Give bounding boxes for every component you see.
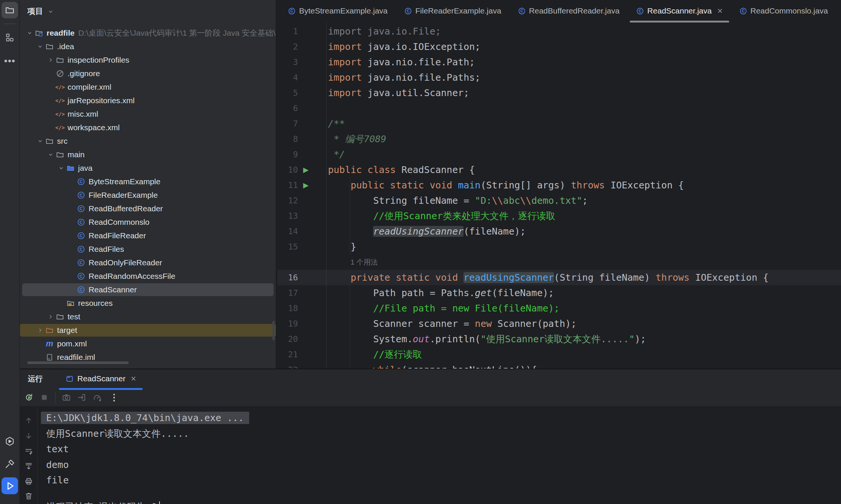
code-line-18: 18 //File path = new File(fileName); <box>277 301 841 316</box>
tree-item-path: D:\桌面\云安全\Java代码审计\1 第一阶段 Java 安全基础\第 9 <box>78 28 276 38</box>
tree-item-pom-xml[interactable]: m pom.xml <box>20 337 276 351</box>
activity-bar-divider <box>4 24 16 24</box>
run-gutter-icon[interactable]: ▶ <box>303 166 309 173</box>
tree-item-main[interactable]: main <box>20 148 276 161</box>
tree-item-readfilereader[interactable]: C ReadFileReader <box>20 229 276 242</box>
tree-item-readbufferedreader[interactable]: C ReadBufferedReader <box>20 202 276 215</box>
tree-item-jarrepositories-xml[interactable]: </> jarRepositories.xml <box>20 94 276 107</box>
project-tool-button[interactable] <box>2 2 18 18</box>
build-tool-button[interactable] <box>2 455 18 472</box>
gauge-button[interactable] <box>93 393 102 402</box>
trash-button[interactable] <box>24 492 33 500</box>
tree-item-readfile[interactable]: readfile D:\桌面\云安全\Java代码审计\1 第一阶段 Java … <box>20 26 276 40</box>
code-line-16: 16 private static void readUsingScanner(… <box>277 270 841 285</box>
tree-item-resources[interactable]: resources <box>20 296 276 310</box>
tab-label: ReadBufferedReader.java <box>529 6 620 15</box>
tree-item-readcommonslo[interactable]: C ReadCommonslo <box>20 215 276 229</box>
chevron-open-icon[interactable] <box>56 164 66 172</box>
code-text: * 编号7089 <box>328 133 386 145</box>
folder-res-icon <box>66 299 75 307</box>
class-icon: C <box>288 7 296 15</box>
chevron-open-icon[interactable] <box>35 43 45 50</box>
code-line-7: 7 /** <box>277 116 841 131</box>
arrow-up-button[interactable] <box>24 416 33 425</box>
project-panel-header[interactable]: 项目 <box>20 0 276 23</box>
console-output: E:\JDK\jdk1.8.0_74\bin\java.exe ...使用Sca… <box>46 407 841 504</box>
rerun-button[interactable] <box>24 393 33 402</box>
close-icon[interactable]: × <box>717 7 722 15</box>
chevron-open-icon[interactable] <box>35 137 45 145</box>
console[interactable]: E:\JDK\jdk1.8.0_74\bin\java.exe ...使用Sca… <box>20 407 841 504</box>
tree-item-src[interactable]: src <box>20 134 276 148</box>
run-gutter-icon[interactable]: ▶ <box>303 182 309 189</box>
soft-wrap-button[interactable] <box>24 447 33 456</box>
tree-item-java[interactable]: java <box>20 161 276 175</box>
tree-item-misc-xml[interactable]: </> misc.xml <box>20 107 276 121</box>
structure-tool-button[interactable] <box>2 29 18 46</box>
chevron-closed-icon[interactable] <box>46 313 55 320</box>
tree-item-label: FileReaderExample <box>89 191 158 200</box>
editor-tab-readcommonslo-java[interactable]: C ReadCommonslo.java <box>731 0 836 22</box>
stop-button[interactable] <box>40 393 49 402</box>
camera-button[interactable] <box>62 393 71 402</box>
class-icon: C <box>76 232 86 240</box>
tree-item-bytestreamexample[interactable]: C ByteStreamExample <box>20 175 276 188</box>
tree-item-compiler-xml[interactable]: </> compiler.xml <box>20 80 276 94</box>
run-tool-button[interactable] <box>2 477 18 494</box>
editor-tab-readscanner-java[interactable]: C ReadScanner.java × <box>628 0 731 22</box>
tree-item-label: inspectionProfiles <box>68 56 129 65</box>
printer-button[interactable] <box>24 477 33 486</box>
arrow-down-button[interactable] <box>24 432 33 440</box>
code-line-17: 17 Path path = Paths.get(fileName); <box>277 285 841 301</box>
class-icon: C <box>739 7 747 15</box>
tree-item-readfiles[interactable]: C ReadFiles <box>20 242 276 256</box>
export-button[interactable] <box>77 393 86 402</box>
tree-item-target[interactable]: target <box>20 323 276 337</box>
tree-item-label: ReadFiles <box>89 245 124 254</box>
class-icon: C <box>76 205 86 213</box>
tree-horizontal-scrollbar[interactable] <box>27 361 129 364</box>
tree-vertical-scrollbar[interactable] <box>272 321 275 340</box>
chevron-open-icon[interactable] <box>25 29 34 37</box>
editor-area: C ByteStreamExample.java C FileReaderExa… <box>277 0 841 369</box>
chevron-closed-icon[interactable] <box>46 56 55 64</box>
line-number: 10 <box>277 165 298 175</box>
tree-item--idea[interactable]: .idea <box>20 40 276 53</box>
tree-item-test[interactable]: test <box>20 310 276 323</box>
code-line-13: 13 //使用Scanner类来处理大文件，逐行读取 <box>277 208 841 224</box>
usages-inlay-hint[interactable]: 1 个用法 <box>351 257 378 267</box>
chevron-down-icon <box>47 8 54 15</box>
tree-item-label: java <box>78 164 93 173</box>
tree-item-readonlyfilereader[interactable]: C ReadOnlyFileReader <box>20 256 276 269</box>
chevron-closed-icon[interactable] <box>35 326 45 334</box>
editor-tab-filereaderexample-java[interactable]: C FileReaderExample.java <box>396 0 510 22</box>
folder-icon <box>55 313 65 321</box>
scroll-end-button[interactable] <box>24 462 33 470</box>
tree-item-readscanner[interactable]: C ReadScanner <box>20 283 276 296</box>
tree-item-inspectionprofiles[interactable]: inspectionProfiles <box>20 53 276 67</box>
services-icon <box>5 436 15 447</box>
tree-item-filereaderexample[interactable]: C FileReaderExample <box>20 188 276 202</box>
iml-icon <box>45 353 54 361</box>
run-tab-readscanner[interactable]: ReadScanner × <box>59 369 143 388</box>
tree-item--gitignore[interactable]: .gitignore <box>20 67 276 80</box>
more-icon: ••• <box>4 55 15 67</box>
svg-text:C: C <box>80 179 83 184</box>
line-number: 14 <box>277 227 298 236</box>
more-tools-button[interactable]: ••• <box>2 53 18 69</box>
tree-item-readrandomaccessfile[interactable]: C ReadRandomAccessFile <box>20 269 276 283</box>
editor-tab-readbufferedreader-java[interactable]: C ReadBufferedReader.java <box>510 0 628 22</box>
services-tool-button[interactable] <box>2 433 18 450</box>
svg-text:C: C <box>742 9 745 13</box>
folder-excl-icon <box>45 326 54 334</box>
editor-tab-bytestreamexample-java[interactable]: C ByteStreamExample.java <box>280 0 396 22</box>
kebab-button[interactable]: ⋮ <box>108 392 120 403</box>
chevron-open-icon[interactable] <box>46 151 55 158</box>
close-icon[interactable]: × <box>131 373 136 384</box>
tree-item-workspace-xml[interactable]: </> workspace.xml <box>20 121 276 134</box>
line-number: 18 <box>277 304 298 313</box>
code-editor[interactable]: 1 import java.io.File;2 import java.io.I… <box>277 22 841 369</box>
code-text: /** <box>328 118 345 129</box>
folder-src-icon <box>66 164 75 172</box>
line-number: 11 <box>277 181 298 190</box>
